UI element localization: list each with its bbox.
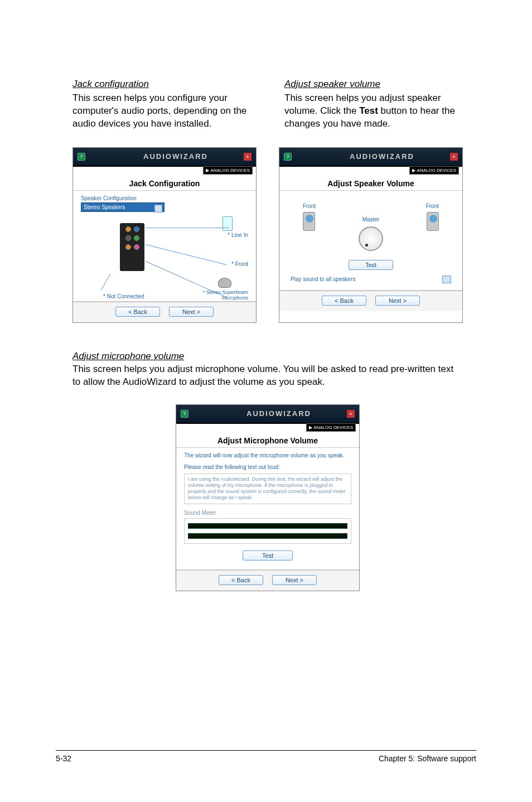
jack-diagram: * Line In — [81, 218, 248, 296]
speaker-config-label: Speaker Configuration — [81, 195, 248, 201]
test-button[interactable]: Test — [243, 550, 293, 561]
brand-text: ANALOG DEVICES — [210, 168, 250, 173]
line-in-label: * Line In — [215, 232, 248, 238]
speaker-wizard: ? AUDIOWIZARD × ▶ANALOG DEVICES Adjust S… — [279, 147, 463, 323]
speaker-body-bold: Test — [359, 105, 378, 116]
next-button[interactable]: Next > — [169, 307, 214, 317]
jack-blue — [134, 226, 139, 232]
jack-row-2 — [120, 235, 144, 241]
jack-orange-2 — [125, 244, 131, 250]
mic-read-label: Please read the following text out loud: — [184, 464, 351, 470]
speaker-column: Adjust speaker volume This screen helps … — [284, 78, 463, 131]
jack-green — [134, 235, 139, 241]
line-in-icon — [223, 216, 233, 231]
mic-heading: Adjust microphone volume — [72, 351, 463, 362]
next-button[interactable]: Next > — [272, 575, 317, 585]
mic-wizard-body: Adjust Microphone Volume The wizard will… — [176, 424, 359, 569]
mic-panel-title: Adjust Microphone Volume — [184, 436, 351, 445]
wizard-footer: < Back Next > — [279, 291, 462, 311]
next-button[interactable]: Next > — [375, 296, 420, 306]
front-right-label: Front — [426, 203, 439, 209]
play-icon: ▶ — [309, 425, 312, 430]
page-footer: 5-32 Chapter 5: Software support — [56, 750, 476, 763]
speaker-heading: Adjust speaker volume — [284, 78, 463, 91]
intro-columns: Jack configuration This screen helps you… — [72, 78, 463, 131]
master-label: Master — [287, 216, 454, 223]
master-volume-knob[interactable] — [359, 226, 383, 251]
front-left-label: Front — [303, 203, 316, 209]
back-button[interactable]: < Back — [322, 296, 366, 306]
brand-badge: ▶ANALOG DEVICES — [306, 423, 356, 432]
speaker-body: This screen helps you adjust speaker vol… — [284, 92, 463, 131]
speaker-wizard-body: Adjust Speaker Volume Front Front Master… — [279, 167, 462, 290]
chevron-down-icon[interactable] — [442, 276, 451, 283]
wizard-title: AUDIOWIZARD — [211, 409, 347, 418]
help-icon[interactable]: ? — [78, 153, 85, 161]
speaker-diagram: Front Front Master Test Play sound to al… — [287, 201, 454, 284]
brand-text: ANALOG DEVICES — [313, 425, 353, 430]
connector-line — [146, 228, 229, 228]
jack-panel-graphic — [120, 223, 144, 271]
page-content: Jack configuration This screen helps you… — [72, 78, 463, 591]
jack-row-1 — [120, 226, 144, 232]
jack-column: Jack configuration This screen helps you… — [72, 78, 251, 131]
jack-wizard-body: Jack Configuration Speaker Configuration… — [73, 167, 256, 301]
brand-text: ANALOG DEVICES — [417, 168, 456, 173]
mic-test-row: Test — [184, 550, 351, 561]
mic-body: This screen helps you adjust microphone … — [72, 363, 463, 389]
test-button[interactable]: Test — [349, 260, 393, 270]
wizard-titlebar: ? AUDIOWIZARD × ▶ANALOG DEVICES — [176, 405, 359, 424]
wizard-title: AUDIOWIZARD — [108, 152, 244, 161]
play-sound-label: Play sound to all speakers — [291, 276, 356, 282]
mic-wizard-wrap: ? AUDIOWIZARD × ▶ANALOG DEVICES Adjust M… — [72, 404, 463, 591]
separator — [176, 447, 359, 448]
jack-panel-title: Jack Configuration — [81, 179, 248, 188]
wizard-titlebar: ? AUDIOWIZARD × ▶ANALOG DEVICES — [279, 148, 462, 167]
help-icon[interactable]: ? — [181, 410, 188, 418]
page-number: 5-32 — [56, 754, 71, 763]
jack-row-3 — [120, 244, 144, 250]
brand-badge: ▶ANALOG DEVICES — [203, 166, 253, 175]
help-icon[interactable]: ? — [284, 153, 292, 161]
jack-heading: Jack configuration — [72, 78, 251, 91]
jack-pink — [134, 244, 139, 250]
mic-wizard: ? AUDIOWIZARD × ▶ANALOG DEVICES Adjust M… — [176, 404, 360, 591]
sound-meter-bar — [188, 523, 347, 529]
screenshots-row: ? AUDIOWIZARD × ▶ANALOG DEVICES Jack Con… — [72, 147, 463, 323]
wizard-footer: < Back Next > — [176, 570, 359, 591]
wizard-titlebar: ? AUDIOWIZARD × ▶ANALOG DEVICES — [73, 148, 256, 167]
jack-grey — [125, 235, 131, 241]
play-sound-select[interactable]: Play sound to all speakers — [291, 276, 451, 283]
mic-read-text: I am using the AudioWizard. During this … — [184, 474, 351, 504]
close-icon[interactable]: × — [450, 153, 458, 161]
close-icon[interactable]: × — [244, 153, 252, 161]
separator — [73, 190, 256, 191]
not-connected-label: * Not Connected — [103, 293, 144, 299]
sound-meter-label: Sound Meter — [184, 510, 351, 516]
play-icon: ▶ — [412, 168, 415, 173]
back-button[interactable]: < Back — [115, 307, 160, 317]
close-icon[interactable]: × — [347, 410, 355, 418]
play-icon: ▶ — [206, 168, 209, 173]
mic-label: * Stereo Superbeam Microphone — [181, 290, 248, 301]
back-button[interactable]: < Back — [219, 575, 263, 585]
brand-badge: ▶ANALOG DEVICES — [409, 166, 459, 175]
speaker-panel-title: Adjust Speaker Volume — [287, 179, 454, 188]
speaker-config-select[interactable]: Stereo Speakers — [81, 202, 165, 212]
sound-meter-bar — [188, 533, 347, 539]
jack-orange — [125, 226, 131, 232]
mic-section: Adjust microphone volume This screen hel… — [72, 351, 463, 591]
sound-meter — [184, 518, 351, 544]
jack-wizard: ? AUDIOWIZARD × ▶ANALOG DEVICES Jack Con… — [72, 147, 257, 323]
wizard-title: AUDIOWIZARD — [314, 152, 450, 161]
chapter-title: Chapter 5: Software support — [379, 754, 476, 763]
microphone-icon — [218, 278, 231, 288]
mic-instruction: The wizard will now adjust the microphon… — [184, 452, 351, 458]
jack-body: This screen helps you configure your com… — [72, 92, 251, 131]
connector-line — [101, 274, 111, 291]
separator — [279, 190, 462, 191]
front-label: * Front — [215, 261, 248, 267]
wizard-footer: < Back Next > — [73, 302, 256, 322]
